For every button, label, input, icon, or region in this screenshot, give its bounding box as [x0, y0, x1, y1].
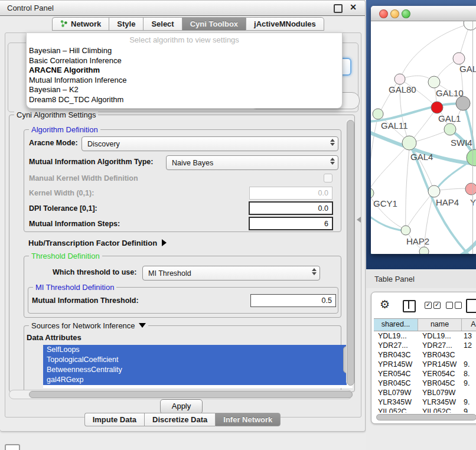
- node-red[interactable]: [431, 102, 443, 113]
- tab-style[interactable]: Style: [109, 17, 143, 31]
- algorithm-option[interactable]: Basic Correlation Inference: [29, 56, 336, 66]
- manual-kernel-checkbox[interactable]: [324, 174, 332, 182]
- table-row[interactable]: YDR27...YDR27...12: [374, 341, 476, 350]
- zoom-traffic-icon[interactable]: [402, 9, 410, 18]
- minimized-panel-icon[interactable]: [5, 444, 20, 450]
- table-panel-header[interactable]: Table Panel: [366, 269, 476, 289]
- table-row[interactable]: YIL052CYIL052C9: [374, 407, 476, 413]
- table-cell[interactable]: YBR045C: [418, 379, 462, 388]
- table-cell[interactable]: YDL19...: [418, 331, 462, 341]
- apply-button[interactable]: Apply: [160, 399, 203, 414]
- network-edge[interactable]: [406, 191, 434, 229]
- node-gcy1[interactable]: [371, 188, 374, 198]
- table-row[interactable]: YDL19...YDL19...13: [374, 331, 476, 341]
- node-y[interactable]: [465, 183, 476, 195]
- network-canvas[interactable]: GALGAL80GAL10GAL1GAL11GAL4SWI4GCY1HAP4YH…: [371, 21, 476, 254]
- sources-legend[interactable]: Sources for Network Inference: [29, 321, 148, 330]
- table-cell[interactable]: 8.: [462, 369, 476, 379]
- bottom-tab-discretize-data[interactable]: Discretize Data: [144, 413, 215, 426]
- table-cell[interactable]: YPR145W: [418, 360, 462, 369]
- table-row[interactable]: YLR345WYLR345W9.: [374, 397, 476, 407]
- bottom-tab-impute-data[interactable]: Impute Data: [84, 413, 144, 426]
- minimize-traffic-icon[interactable]: [390, 9, 399, 18]
- settings-vscrollbar-thumb[interactable]: [347, 120, 354, 386]
- table-cell[interactable]: [462, 350, 476, 360]
- network-edge[interactable]: [406, 143, 410, 230]
- mi-steps-field[interactable]: 6: [249, 217, 333, 230]
- network-window-titlebar[interactable]: [371, 6, 476, 21]
- table-cell[interactable]: YER054C: [374, 369, 418, 379]
- attribute-item[interactable]: TopologicalCoefficient: [43, 355, 347, 365]
- table-cell[interactable]: YER054C: [418, 369, 462, 379]
- split-columns-icon[interactable]: [403, 300, 416, 312]
- algorithm-option[interactable]: Dream8 DC_TDC Algorithm: [29, 95, 336, 105]
- table-cell[interactable]: YPR145W: [374, 360, 418, 369]
- column-header[interactable]: A: [462, 319, 476, 331]
- table-settings-gear-icon[interactable]: ⚙: [380, 298, 390, 311]
- table-cell[interactable]: YDR27...: [418, 341, 462, 350]
- column-header[interactable]: shared...: [374, 319, 418, 331]
- attribute-item[interactable]: SelfLoops: [43, 345, 347, 355]
- tab-select[interactable]: Select: [143, 17, 181, 31]
- attribute-item[interactable]: gal4RGexp: [43, 375, 347, 385]
- node-gal1[interactable]: [444, 123, 456, 135]
- algorithm-option[interactable]: ARACNE Algorithm: [29, 66, 336, 76]
- table-hscrollbar-thumb[interactable]: [376, 414, 476, 420]
- aracne-mode-select[interactable]: Discovery: [81, 136, 338, 151]
- deselect-all-icon[interactable]: [446, 302, 462, 309]
- table-cell[interactable]: YBR043C: [374, 350, 418, 360]
- column-header[interactable]: name: [418, 319, 462, 331]
- mi-type-select[interactable]: Naive Bayes: [166, 155, 338, 170]
- table-cell[interactable]: 9.: [462, 379, 476, 388]
- node-gal10[interactable]: [428, 76, 440, 88]
- new-table-icon[interactable]: [466, 299, 476, 313]
- table-cell[interactable]: YLR345W: [418, 397, 462, 407]
- table-cell[interactable]: YBL079W: [418, 388, 462, 397]
- table-cell[interactable]: YDR27...: [374, 341, 418, 350]
- table-cell[interactable]: YBL079W: [374, 388, 418, 397]
- node-gray[interactable]: [456, 96, 470, 110]
- table-cell[interactable]: YBR045C: [374, 379, 418, 388]
- mi-threshold-field[interactable]: 0.5: [250, 294, 336, 307]
- table-row[interactable]: YBR043CYBR043C: [374, 350, 476, 360]
- dpi-tolerance-field[interactable]: 0.0: [249, 201, 333, 215]
- table-cell[interactable]: YBR043C: [418, 350, 462, 360]
- bottom-tab-infer-network[interactable]: Infer Network: [215, 413, 281, 426]
- algorithm-option[interactable]: Mutual Information Inference: [29, 76, 336, 86]
- table-cell[interactable]: [462, 388, 476, 397]
- table-cell[interactable]: 9.: [462, 397, 476, 407]
- select-all-icon[interactable]: ✓✓: [425, 302, 441, 309]
- tab-jactivemnodules[interactable]: jActiveMNodules: [246, 17, 324, 31]
- table-row[interactable]: YBL079WYBL079W: [374, 388, 476, 397]
- table-cell[interactable]: YDL19...: [374, 331, 418, 341]
- node-bottom[interactable]: [419, 247, 429, 254]
- node-gal80[interactable]: [395, 74, 405, 84]
- node-hap2[interactable]: [401, 226, 410, 235]
- table-cell[interactable]: 13: [462, 331, 476, 341]
- table-row[interactable]: YER054CYER054C8.: [374, 369, 476, 379]
- close-icon[interactable]: ✕: [350, 2, 357, 12]
- table-cell[interactable]: 9.: [462, 360, 476, 369]
- network-edge[interactable]: [371, 214, 405, 231]
- node-gal4[interactable]: [402, 136, 416, 150]
- algorithm-option[interactable]: Bayesian – K2: [29, 85, 336, 95]
- table-cell[interactable]: YIL052C: [374, 407, 418, 413]
- node-hap4[interactable]: [428, 185, 440, 197]
- algorithm-option[interactable]: Bayesian – Hill Climbing: [29, 46, 336, 56]
- hub-definition-expander[interactable]: Hub/Transcription Factor Definition: [28, 239, 167, 247]
- settings-hscrollbar-thumb[interactable]: [29, 391, 353, 398]
- table-row[interactable]: YBR045CYBR045C9.: [374, 379, 476, 388]
- table-row[interactable]: YPR145WYPR145W9.: [374, 360, 476, 369]
- table-cell[interactable]: YLR345W: [374, 397, 418, 407]
- table-cell[interactable]: 12: [462, 341, 476, 350]
- which-threshold-select[interactable]: MI Threshold: [142, 266, 320, 281]
- close-traffic-icon[interactable]: [379, 9, 388, 18]
- table-cell[interactable]: YIL052C: [418, 407, 462, 413]
- node-top[interactable]: [464, 21, 476, 30]
- network-edge[interactable]: [371, 115, 379, 193]
- network-edge[interactable]: [371, 143, 410, 193]
- table-cell[interactable]: 9: [462, 407, 476, 413]
- attribute-item[interactable]: BetweennessCentrality: [43, 365, 347, 375]
- node-gal11[interactable]: [373, 109, 383, 119]
- control-panel-titlebar[interactable]: Control Panel ✕: [0, 1, 365, 16]
